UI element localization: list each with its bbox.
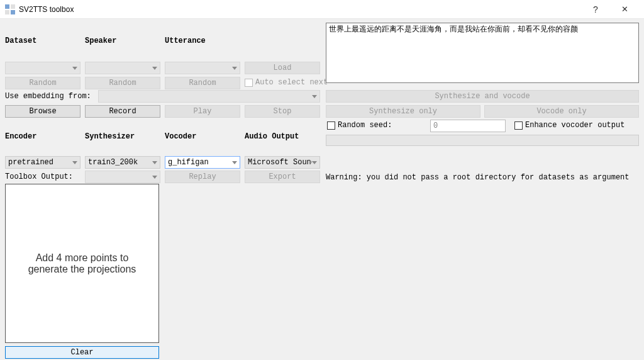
viz-message: Add 4 more points to generate the projec…	[28, 252, 136, 275]
titlebar: SV2TTS toolbox ? ✕	[0, 0, 644, 19]
load-button[interactable]: Load	[245, 62, 320, 74]
projection-viz: Add 4 more points to generate the projec…	[5, 184, 159, 343]
chevron-down-icon	[152, 176, 157, 179]
random-seed-label: Random seed:	[338, 121, 392, 130]
close-button[interactable]: ✕	[610, 0, 639, 19]
chevron-down-icon	[72, 67, 77, 70]
vocoder-combo-value: g_hifigan	[168, 158, 209, 167]
use-embedding-from-label: Use embedding from:	[5, 92, 91, 101]
progress-bar	[326, 135, 639, 146]
chevron-down-icon	[232, 161, 237, 164]
utterance-label: Utterance	[165, 37, 206, 45]
chevron-down-icon	[152, 67, 157, 70]
checkbox-box-icon	[327, 121, 335, 130]
record-button[interactable]: Record	[85, 105, 160, 118]
random-speaker-label: Random	[109, 79, 136, 87]
clear-button[interactable]: Clear	[5, 346, 159, 359]
auto-select-next-checkbox[interactable]: Auto select next	[245, 78, 328, 87]
vocode-only-button[interactable]: Vocode only	[484, 105, 639, 118]
browse-button-label: Browse	[29, 107, 56, 116]
synthesizer-combo-value: train3_200k	[88, 158, 138, 167]
enhance-vocoder-label: Enhance vocoder output	[525, 121, 625, 130]
vocoder-label: Vocoder	[165, 132, 196, 141]
encoder-label: Encoder	[5, 132, 36, 141]
help-icon: ?	[593, 4, 598, 14]
audio-output-combo-value: Microsoft Sound Mapp	[248, 158, 312, 167]
toolbox-output-combo[interactable]	[85, 171, 160, 183]
load-button-label: Load	[274, 64, 292, 72]
auto-select-next-label: Auto select next	[255, 78, 328, 87]
synthesize-only-label: Synthesize only	[369, 107, 437, 116]
speaker-label: Speaker	[85, 37, 116, 45]
text-input-value: 世界上最遥远的距离不是天涯海角，而是我站在你面前，却看不见你的容颜	[329, 25, 578, 33]
checkbox-box-icon	[245, 79, 253, 87]
text-input[interactable]: 世界上最遥远的距离不是天涯海角，而是我站在你面前，却看不见你的容颜	[326, 23, 639, 83]
synthesize-and-vocode-button[interactable]: Synthesize and vocode	[326, 90, 639, 103]
export-button-label: Export	[269, 172, 296, 181]
random-dataset-button[interactable]: Random	[5, 77, 80, 89]
chevron-down-icon	[232, 67, 237, 70]
speaker-combo[interactable]	[85, 62, 160, 74]
embedding-from-combo[interactable]	[98, 90, 320, 103]
browse-button[interactable]: Browse	[5, 105, 80, 118]
random-seed-input[interactable]: 0	[430, 120, 506, 132]
record-button-label: Record	[109, 107, 136, 116]
close-icon: ✕	[621, 4, 628, 14]
audio-output-label: Audio Output	[245, 132, 299, 141]
window-title: SV2TTS toolbox	[19, 5, 74, 14]
synthesizer-combo[interactable]: train3_200k	[85, 156, 160, 169]
checkbox-box-icon	[514, 121, 523, 130]
random-utterance-button[interactable]: Random	[165, 77, 240, 89]
chevron-down-icon	[72, 161, 77, 164]
vocode-only-label: Vocode only	[536, 107, 586, 116]
clear-button-label: Clear	[70, 348, 93, 357]
chevron-down-icon	[312, 161, 317, 164]
chevron-down-icon	[312, 95, 317, 98]
warning-text: Warning: you did not pass a root directo…	[326, 173, 629, 182]
replay-button-label: Replay	[189, 172, 216, 181]
random-speaker-button[interactable]: Random	[85, 77, 160, 89]
replay-button[interactable]: Replay	[165, 171, 240, 183]
vocoder-combo[interactable]: g_hifigan	[165, 156, 240, 169]
synthesize-only-button[interactable]: Synthesize only	[326, 105, 480, 118]
play-button-label: Play	[194, 107, 212, 116]
stop-button-label: Stop	[274, 107, 292, 116]
dataset-label: Dataset	[5, 37, 36, 45]
random-seed-checkbox[interactable]: Random seed:	[327, 121, 392, 130]
chevron-down-icon	[152, 161, 157, 164]
app-icon	[5, 4, 15, 14]
play-button[interactable]: Play	[165, 105, 240, 118]
random-utterance-label: Random	[189, 79, 216, 87]
stop-button[interactable]: Stop	[245, 105, 320, 118]
enhance-vocoder-checkbox[interactable]: Enhance vocoder output	[514, 121, 625, 130]
export-button[interactable]: Export	[245, 171, 320, 183]
audio-output-combo[interactable]: Microsoft Sound Mapp	[245, 156, 320, 169]
encoder-combo-value: pretrained	[8, 158, 53, 167]
synthesize-and-vocode-label: Synthesize and vocode	[435, 92, 530, 101]
utterance-combo[interactable]	[165, 62, 240, 74]
synthesizer-label: Synthesizer	[85, 132, 135, 141]
dataset-combo[interactable]	[5, 62, 80, 74]
encoder-combo[interactable]: pretrained	[5, 156, 80, 169]
random-dataset-label: Random	[29, 79, 56, 87]
random-seed-value: 0	[433, 121, 438, 130]
help-button[interactable]: ?	[581, 0, 610, 19]
toolbox-output-label: Toolbox Output:	[5, 172, 73, 181]
content-area: Dataset Speaker Utterance Load Random Ra…	[0, 19, 644, 360]
